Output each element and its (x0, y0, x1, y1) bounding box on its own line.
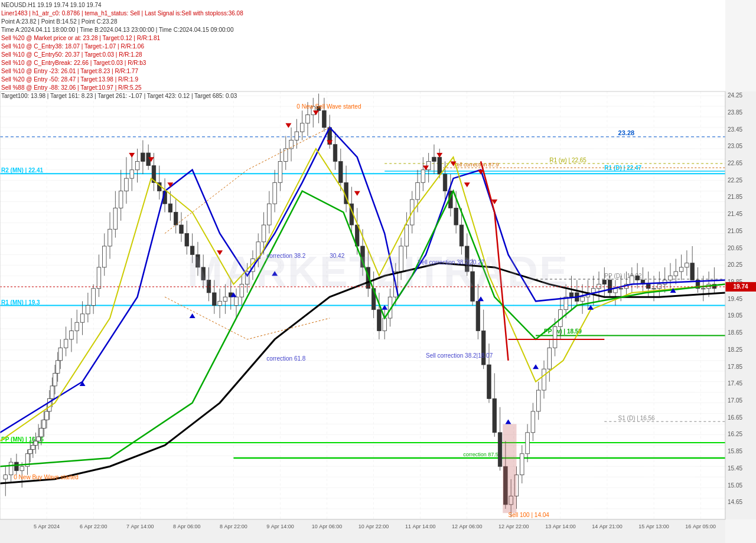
chart-container: MARKETZITRADE NEOUSD.H1 19.19 19.74 19.1… (0, 0, 756, 543)
